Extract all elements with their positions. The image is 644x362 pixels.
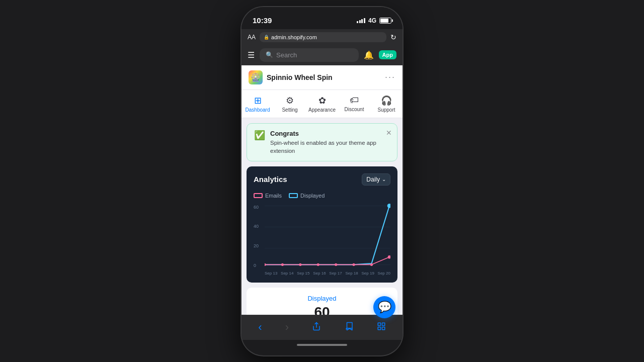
fab-button[interactable]: 💬 [373, 296, 395, 318]
period-label: Daily [366, 176, 380, 183]
displayed-card-value: 60 [254, 304, 390, 315]
y-label-60: 60 [254, 205, 265, 210]
browser-url-bar-row: AA 🔒 admin.shopify.com ↻ [242, 29, 403, 45]
lock-icon: 🔒 [264, 35, 269, 40]
emails-legend-label: Emails [265, 193, 282, 199]
y-label-20: 20 [254, 243, 265, 248]
displayed-card-title: Displayed [254, 295, 390, 302]
app-badge[interactable]: App [379, 50, 396, 59]
battery-icon [379, 18, 391, 24]
svg-rect-15 [382, 323, 384, 325]
search-input[interactable]: 🔍 Search [260, 48, 359, 62]
url-text: admin.shopify.com [271, 34, 317, 40]
analytics-title: Analytics [254, 175, 287, 184]
search-placeholder: Search [276, 51, 297, 59]
search-bar-row: ☰ 🔍 Search 🔔 App [242, 45, 403, 65]
fab-chat-icon: 💬 [378, 302, 391, 313]
forward-button[interactable]: › [282, 318, 292, 337]
notification-button[interactable]: 🔔 [364, 50, 374, 60]
tabs-button[interactable] [374, 319, 389, 336]
date-sep16: Sep 16 [313, 271, 326, 276]
analytics-chart: 60 40 20 0 [254, 204, 390, 269]
tab-support[interactable]: 🎧 Support [370, 92, 403, 116]
svg-rect-16 [378, 327, 380, 329]
congrats-text: Congrats Spin-wheel is enabled as your t… [270, 130, 390, 155]
displayed-legend-label: Displayed [300, 193, 325, 199]
congrats-check-icon: ✅ [254, 130, 265, 141]
close-banner-button[interactable]: ✕ [386, 129, 392, 137]
svg-point-7 [299, 263, 301, 265]
tab-setting[interactable]: ⚙ Setting [274, 92, 306, 116]
status-bar: 10:39 4G [242, 7, 403, 29]
tab-appearance[interactable]: ✿ Appearance [306, 92, 338, 116]
discount-icon: 🏷 [350, 95, 359, 106]
browser-url-field[interactable]: 🔒 admin.shopify.com [260, 32, 386, 42]
date-sep14: Sep 14 [281, 271, 293, 276]
svg-point-10 [352, 263, 355, 265]
period-select[interactable]: Daily ⌄ [362, 173, 390, 186]
support-icon: 🎧 [381, 95, 392, 106]
appearance-icon: ✿ [318, 95, 326, 106]
app-header: 🎡 Spinnio Wheel Spin ··· [242, 65, 403, 90]
hamburger-icon[interactable]: ☰ [248, 50, 255, 60]
displayed-legend-box [289, 193, 298, 198]
reload-button[interactable]: ↻ [390, 33, 396, 41]
y-label-0: 0 [254, 263, 265, 268]
tab-discount[interactable]: 🏷 Discount [338, 92, 370, 116]
svg-point-4 [387, 204, 390, 208]
date-sep15: Sep 15 [297, 271, 309, 276]
home-indicator-bar [297, 344, 347, 346]
status-time: 10:39 [253, 16, 272, 25]
date-sep18: Sep 18 [345, 271, 358, 276]
analytics-card: Analytics Daily ⌄ Emails Displayed [247, 166, 397, 283]
legend-displayed: Displayed [289, 193, 325, 199]
tab-dashboard[interactable]: ⊞ Dashboard [242, 92, 274, 116]
app-logo: 🎡 [249, 70, 263, 84]
bottom-browser-bar: ‹ › [242, 315, 403, 340]
congrats-message: Spin-wheel is enabled as your theme app … [270, 139, 390, 155]
date-sep17: Sep 17 [329, 271, 342, 276]
more-options-button[interactable]: ··· [385, 72, 395, 82]
svg-rect-14 [378, 323, 380, 325]
emails-legend-box [254, 193, 263, 198]
status-icons: 4G [357, 17, 391, 24]
svg-point-12 [388, 255, 390, 259]
share-button[interactable] [309, 319, 324, 336]
nav-tabs: ⊞ Dashboard ⚙ Setting ✿ Appearance 🏷 Dis… [242, 90, 403, 118]
signal-bars-icon [357, 18, 365, 23]
svg-point-11 [370, 263, 373, 265]
dashboard-icon: ⊞ [254, 95, 262, 106]
date-sep13: Sep 13 [265, 271, 277, 276]
date-labels: Sep 13 Sep 14 Sep 15 Sep 16 Sep 17 Sep 1… [265, 271, 390, 276]
chart-svg [265, 204, 390, 269]
congrats-title: Congrats [270, 130, 390, 137]
legend-emails: Emails [254, 193, 282, 199]
svg-point-5 [265, 263, 266, 265]
svg-point-9 [335, 263, 337, 265]
analytics-header: Analytics Daily ⌄ [254, 173, 390, 186]
date-sep20: Sep 20 [378, 271, 390, 276]
app-name: Spinnio Wheel Spin [267, 73, 333, 81]
home-indicator [242, 340, 403, 350]
content-area: ✅ Congrats Spin-wheel is enabled as your… [242, 118, 403, 315]
search-icon: 🔍 [266, 51, 273, 58]
svg-rect-17 [382, 327, 384, 329]
chart-legend: Emails Displayed [254, 193, 390, 199]
app-title-row: 🎡 Spinnio Wheel Spin [249, 70, 333, 84]
setting-icon: ⚙ [286, 95, 294, 106]
back-button[interactable]: ‹ [255, 318, 265, 337]
chevron-down-icon: ⌄ [382, 176, 386, 182]
congrats-banner: ✅ Congrats Spin-wheel is enabled as your… [247, 123, 397, 161]
svg-point-6 [281, 263, 284, 265]
svg-point-8 [317, 263, 319, 265]
date-sep19: Sep 19 [361, 271, 374, 276]
bookmarks-button[interactable] [342, 319, 357, 336]
browser-aa-label[interactable]: AA [248, 34, 256, 41]
network-label: 4G [368, 17, 376, 24]
y-label-40: 40 [254, 224, 265, 229]
